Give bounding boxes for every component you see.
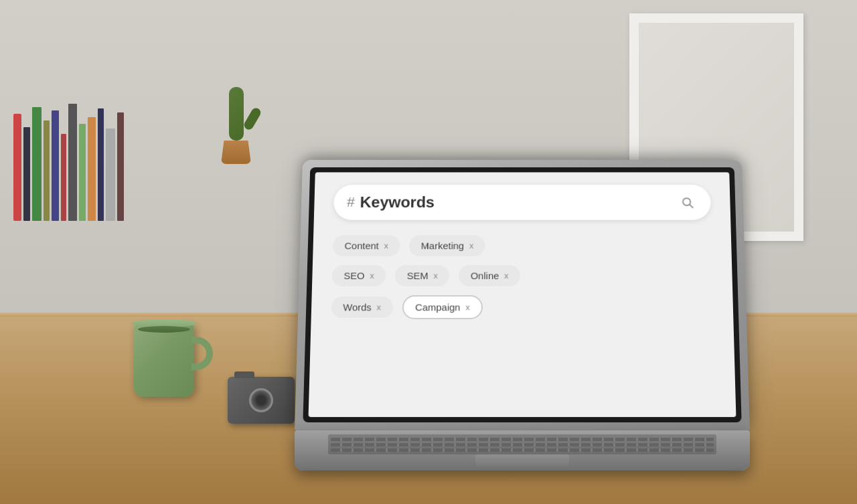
cactus-pot bbox=[221, 141, 251, 164]
tag-campaign[interactable]: Campaign x bbox=[402, 295, 483, 319]
tag-sem-label: SEM bbox=[407, 270, 428, 281]
book-2 bbox=[23, 127, 30, 221]
book-11 bbox=[106, 129, 115, 221]
tag-seo-label: SEO bbox=[343, 270, 364, 281]
laptop-trackpad[interactable] bbox=[475, 454, 569, 467]
book-7 bbox=[68, 104, 77, 221]
tag-content[interactable]: Content x bbox=[333, 235, 400, 256]
search-icon[interactable] bbox=[677, 192, 698, 212]
book-9 bbox=[88, 117, 96, 221]
laptop-base bbox=[295, 430, 750, 471]
search-input-text[interactable]: Keywords bbox=[360, 193, 677, 211]
tag-sem-close[interactable]: x bbox=[433, 271, 438, 280]
laptop: # Keywords bbox=[288, 149, 757, 471]
tag-campaign-label: Campaign bbox=[415, 302, 460, 313]
book-1 bbox=[13, 114, 21, 221]
bookshelf-books bbox=[13, 87, 124, 221]
cactus-body bbox=[229, 87, 244, 141]
laptop-keyboard bbox=[328, 434, 716, 454]
book-4 bbox=[44, 120, 50, 221]
tag-words[interactable]: Words x bbox=[331, 297, 393, 318]
camera-lens bbox=[249, 388, 273, 412]
coffee-mug bbox=[134, 323, 194, 397]
tag-marketing[interactable]: Marketing x bbox=[409, 235, 485, 256]
tag-content-label: Content bbox=[344, 240, 379, 251]
tag-words-label: Words bbox=[343, 302, 372, 313]
cactus bbox=[221, 87, 251, 164]
tag-sem[interactable]: SEM x bbox=[395, 265, 450, 286]
tag-marketing-close[interactable]: x bbox=[469, 241, 473, 250]
keyboard-row-3 bbox=[331, 448, 714, 452]
book-5 bbox=[52, 110, 59, 221]
tag-online[interactable]: Online x bbox=[459, 265, 520, 286]
camera bbox=[228, 377, 295, 424]
keyboard-rows bbox=[331, 437, 714, 452]
scene: # Keywords bbox=[0, 0, 857, 504]
laptop-bezel: # Keywords bbox=[303, 167, 741, 422]
book-8 bbox=[79, 124, 86, 221]
hash-symbol: # bbox=[347, 194, 355, 210]
mug-body bbox=[134, 323, 194, 397]
tag-online-label: Online bbox=[471, 270, 499, 281]
tag-campaign-close[interactable]: x bbox=[465, 303, 470, 312]
book-10 bbox=[98, 108, 104, 221]
keyboard-row-1 bbox=[331, 438, 714, 441]
laptop-screen: # Keywords bbox=[309, 172, 736, 417]
laptop-screen-assembly: # Keywords bbox=[295, 160, 750, 430]
tags-row-3: Words x Campaign x bbox=[331, 295, 714, 319]
book-6 bbox=[61, 134, 66, 221]
svg-line-1 bbox=[690, 205, 693, 207]
search-bar[interactable]: # Keywords bbox=[333, 185, 711, 220]
tag-words-close[interactable]: x bbox=[376, 303, 381, 312]
tag-content-close[interactable]: x bbox=[384, 241, 389, 250]
tag-seo-close[interactable]: x bbox=[370, 271, 374, 280]
tags-area: Content x Marketing x SEO bbox=[331, 235, 714, 319]
book-12 bbox=[117, 112, 124, 221]
tag-marketing-label: Marketing bbox=[421, 240, 464, 251]
tag-seo[interactable]: SEO x bbox=[331, 265, 386, 286]
tags-row-2: SEO x SEM x Online x bbox=[331, 265, 712, 286]
tag-online-close[interactable]: x bbox=[504, 271, 508, 280]
camera-body bbox=[228, 377, 295, 424]
mug-inner bbox=[138, 326, 190, 333]
tags-row-1: Content x Marketing x bbox=[333, 235, 712, 256]
book-3 bbox=[32, 107, 42, 221]
camera-top bbox=[234, 371, 254, 378]
keyboard-row-2 bbox=[331, 443, 714, 446]
